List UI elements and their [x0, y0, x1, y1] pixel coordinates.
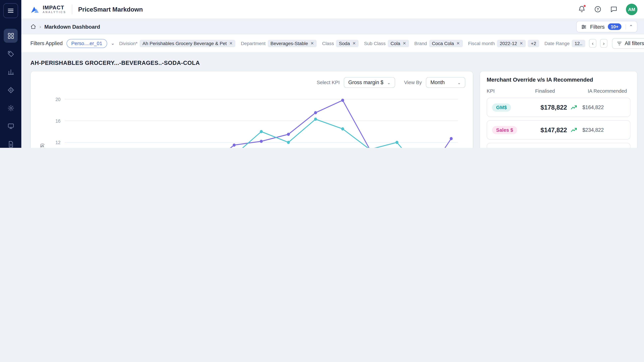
- filter-chip[interactable]: Coca Cola ✕: [429, 39, 463, 47]
- page-title: PriceSmart Markdown: [78, 6, 143, 13]
- sidebar-item-targets[interactable]: [4, 83, 18, 97]
- svg-text:?: ?: [597, 7, 599, 11]
- line-chart-svg: 000408121620W1W2W3W4W5W6W7W8W9W10W11W12W…: [46, 92, 466, 148]
- filter-chip[interactable]: Cola ✕: [388, 39, 409, 47]
- feedback-button[interactable]: [610, 5, 618, 13]
- kpi-table-header: KPI Finalised IA Recommended: [487, 88, 630, 94]
- view-by-dropdown[interactable]: Month ⌄: [426, 77, 466, 88]
- brand-name: IMPACT: [43, 5, 66, 10]
- chip-close-icon[interactable]: ✕: [456, 41, 460, 45]
- sidebar-item-reports[interactable]: [4, 137, 18, 148]
- divider: [72, 4, 72, 14]
- trend-up-icon: [570, 127, 578, 133]
- app-root: IMPACT ANALYTICS PriceSmart Markdown ? A…: [0, 0, 644, 148]
- view-by-value: Month: [430, 80, 445, 85]
- monitor-icon: [7, 122, 14, 130]
- chevron-down-icon[interactable]: ⌄: [111, 40, 115, 46]
- filter-item-label: Class: [322, 41, 334, 46]
- impact-analytics-logo-icon: [30, 5, 40, 13]
- filters-applied-label: Filters Applied: [30, 40, 62, 46]
- breadcrumb-separator: ›: [40, 24, 41, 29]
- sidebar-item-configuration[interactable]: [4, 101, 18, 115]
- all-filters-button[interactable]: All filters: [612, 38, 644, 49]
- filter-item: Division* Ah Perishables Grocery Beverag…: [119, 39, 236, 47]
- filter-chip[interactable]: Beverages-Stable ✕: [268, 39, 317, 47]
- filter-chip-extra[interactable]: +2: [528, 39, 539, 47]
- brand-subtitle: ANALYTICS: [43, 11, 66, 14]
- filter-chip-value: Soda: [339, 41, 350, 46]
- override-vs-recommended-card: Merchant Override v/s IA Recommended KPI…: [480, 71, 637, 148]
- chip-close-icon[interactable]: ✕: [310, 41, 314, 45]
- home-icon[interactable]: [30, 24, 36, 29]
- sidebar-item-monitor[interactable]: [4, 119, 18, 133]
- sidebar-nav: [4, 29, 18, 148]
- chevron-down-icon: ⌄: [387, 80, 390, 85]
- kpi-row[interactable]: Sales Units 1779 1978: [487, 143, 630, 148]
- filter-item-label: Brand: [414, 41, 427, 46]
- filters-button[interactable]: Filters 10+ ⌃: [576, 21, 638, 32]
- filter-item: Fiscal month 2022-12 ✕ +2: [468, 39, 539, 47]
- filter-chip[interactable]: Soda ✕: [336, 39, 359, 47]
- select-kpi-dropdown[interactable]: Gross margin $ ⌄: [344, 77, 395, 88]
- filters-scroll-left-button[interactable]: ‹: [589, 39, 596, 48]
- notifications-button[interactable]: [578, 5, 586, 13]
- kpi-pill: GM$: [492, 103, 511, 111]
- sidebar-item-pricing[interactable]: [4, 47, 18, 61]
- filter-item-label: Division*: [119, 41, 138, 46]
- finalised-col-header: Finalised: [535, 88, 588, 94]
- kpi-row[interactable]: GM$ $178,822 $164,822: [487, 98, 630, 117]
- funnel-icon: [616, 40, 622, 46]
- filter-chip-value: Beverages-Stable: [270, 41, 308, 46]
- sidebar-item-analytics[interactable]: [4, 65, 18, 79]
- gear-icon: [7, 104, 14, 111]
- sidebar: [0, 0, 21, 148]
- filter-item-label: Fiscal month: [468, 41, 495, 46]
- filters-count-badge: 10+: [608, 23, 621, 30]
- filter-chip[interactable]: Ah Perishables Grocery Beverage & Pet ✕: [140, 39, 236, 47]
- help-icon: ?: [594, 5, 602, 13]
- main-area: IMPACT ANALYTICS PriceSmart Markdown ? A…: [21, 0, 644, 148]
- y-axis-label: GM in Millions ($): [38, 92, 46, 148]
- all-filters-label: All filters: [625, 40, 644, 46]
- chevron-up-icon[interactable]: ⌃: [626, 24, 633, 29]
- filter-chip[interactable]: 2022-12 ✕: [497, 39, 526, 47]
- filter-chip[interactable]: 12..: [572, 39, 585, 47]
- kpi-ia-value: $234,822: [582, 127, 625, 133]
- kpi-pill: Sales $: [492, 126, 517, 134]
- document-icon: [7, 141, 14, 148]
- topbar: IMPACT ANALYTICS PriceSmart Markdown ? A…: [21, 0, 644, 19]
- chip-close-icon[interactable]: ✕: [352, 41, 356, 45]
- filter-chip-list: Division* Ah Perishables Grocery Beverag…: [119, 39, 585, 47]
- filter-chip-value: 2022-12: [500, 41, 517, 46]
- kpi-col-header: KPI: [487, 88, 535, 94]
- hamburger-menu-button[interactable]: [3, 3, 18, 18]
- kpi-finalised-value: $178,822: [540, 104, 567, 111]
- breadcrumb-current: Markdown Dashboard: [44, 24, 100, 30]
- kpi-row[interactable]: Sales $ $147,822 $234,822: [487, 120, 630, 140]
- breadcrumb: › Markdown Dashboard: [30, 24, 100, 30]
- svg-text:12: 12: [56, 140, 60, 145]
- chip-close-icon[interactable]: ✕: [520, 41, 523, 45]
- ia-recommended-col-header: IA Recommended: [588, 88, 630, 94]
- chip-close-icon[interactable]: ✕: [403, 41, 406, 45]
- line-chart: 000408121620W1W2W3W4W5W6W7W8W9W10W11W12W…: [46, 92, 466, 148]
- help-button[interactable]: ?: [594, 5, 602, 13]
- notification-dot: [583, 4, 586, 7]
- section-title: AH-PERISHABLES GROCERY...-BEVERAGES..-SO…: [30, 59, 638, 66]
- kpi-finalised-value: $147,822: [540, 126, 567, 134]
- cards-row: Select KPI Gross margin $ ⌄ View By Mont…: [30, 71, 638, 148]
- sliders-icon: [580, 24, 587, 30]
- filter-chip-value: Ah Perishables Grocery Beverage & Pet: [142, 41, 227, 46]
- sidebar-item-dashboard[interactable]: [4, 29, 18, 42]
- svg-text:16: 16: [56, 118, 60, 123]
- filter-item-label: Sub Class: [364, 41, 386, 46]
- filters-scroll-right-button[interactable]: ›: [600, 39, 608, 48]
- filter-chip-value: Coca Cola: [432, 41, 454, 46]
- tag-icon: [7, 50, 14, 57]
- kpi-rows: GM$ $178,822 $164,822 Sales $ $147,822 $…: [487, 98, 630, 148]
- avatar[interactable]: AM: [626, 3, 638, 15]
- filter-preset-pill[interactable]: Perso....er_01: [66, 39, 107, 48]
- select-kpi-label: Select KPI: [317, 80, 340, 85]
- content: AH-PERISHABLES GROCERY...-BEVERAGES..-SO…: [21, 52, 644, 148]
- chip-close-icon[interactable]: ✕: [229, 41, 233, 45]
